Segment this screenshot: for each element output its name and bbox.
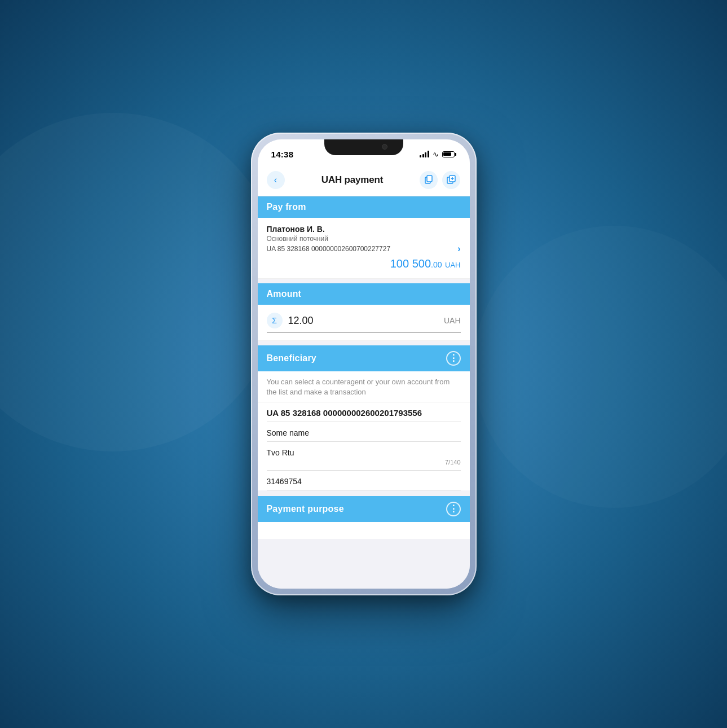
- beneficiary-hint: You can select a counteragent or your ow…: [258, 371, 470, 402]
- back-button[interactable]: ‹: [267, 171, 285, 189]
- balance-decimals: .00: [431, 260, 442, 269]
- beneficiary-more-button[interactable]: ⋮: [446, 351, 461, 366]
- account-balance: 100 500.00 UAH: [267, 257, 461, 270]
- copy-button[interactable]: [420, 171, 438, 189]
- balance-currency-label: UAH: [445, 261, 460, 269]
- amount-value[interactable]: 12.00: [288, 315, 438, 327]
- amount-label: Amount: [267, 289, 302, 299]
- amount-section-header: Amount: [258, 283, 470, 305]
- sigma-icon: Σ: [267, 313, 283, 328]
- status-icons: ∿: [420, 150, 456, 159]
- purpose-more-dots-icon: ⋮: [449, 505, 458, 514]
- beneficiary-fields: UA 85 328168 000000002600201793556 Some …: [258, 402, 470, 490]
- spacer-1: [258, 279, 470, 283]
- phone-notch: [324, 139, 403, 155]
- beneficiary-content: You can select a counteragent or your ow…: [258, 371, 470, 490]
- iban-field-row[interactable]: UA 85 328168 000000002600201793556: [267, 408, 461, 422]
- duplicate-button[interactable]: [442, 171, 460, 189]
- duplicate-icon: [447, 175, 456, 186]
- more-dots-icon: ⋮: [449, 354, 458, 363]
- wifi-icon: ∿: [433, 150, 439, 159]
- company-value: Tvo Rtu: [267, 448, 294, 457]
- name-field-row[interactable]: Some name: [267, 428, 461, 442]
- account-type-label: Основний поточний: [267, 235, 461, 243]
- amount-content: Σ 12.00 UAH: [258, 305, 470, 341]
- pay-from-label: Pay from: [267, 202, 306, 212]
- phone-frame: 14:38 ∿: [251, 133, 477, 595]
- battery-icon: [442, 151, 456, 157]
- beneficiary-label: Beneficiary: [267, 353, 316, 363]
- beneficiary-name-value: Some name: [267, 428, 309, 437]
- pay-from-content[interactable]: Платонов И. В. Основний поточний UA 85 3…: [258, 218, 470, 279]
- payment-purpose-label: Payment purpose: [267, 504, 344, 514]
- account-owner-name: Платонов И. В.: [267, 225, 461, 234]
- spacer-2: [258, 341, 470, 345]
- status-time: 14:38: [271, 150, 294, 159]
- pay-from-section-header: Pay from: [258, 196, 470, 218]
- account-number: UA 85 328168 000000002600700227727: [267, 245, 391, 253]
- edrpou-value: 31469754: [267, 477, 302, 486]
- edrpou-field-row[interactable]: 31469754: [267, 476, 461, 490]
- iban-value: UA 85 328168 000000002600201793556: [267, 408, 422, 418]
- balance-main: 100 500: [390, 257, 431, 270]
- front-camera: [382, 144, 387, 150]
- beneficiary-section-header: Beneficiary ⋮: [258, 345, 470, 371]
- svg-rect-1: [427, 176, 432, 182]
- app-header: ‹ UAH payment: [258, 164, 470, 196]
- screen-content: ‹ UAH payment: [258, 164, 470, 589]
- header-actions: [420, 171, 460, 189]
- amount-input-row[interactable]: Σ 12.00 UAH: [267, 313, 461, 332]
- payment-purpose-section-header: Payment purpose ⋮: [258, 496, 470, 522]
- bottom-spacer: [258, 522, 470, 539]
- amount-currency: UAH: [444, 316, 461, 325]
- company-field-row[interactable]: Tvo Rtu 7/140: [267, 448, 461, 471]
- copy-icon: [424, 175, 433, 186]
- back-arrow-icon: ‹: [274, 175, 277, 185]
- signal-icon: [420, 151, 429, 157]
- chevron-right-icon: ›: [457, 244, 460, 254]
- page-title: UAH payment: [321, 174, 383, 186]
- payment-purpose-more-button[interactable]: ⋮: [446, 502, 461, 516]
- character-counter: 7/140: [267, 459, 461, 467]
